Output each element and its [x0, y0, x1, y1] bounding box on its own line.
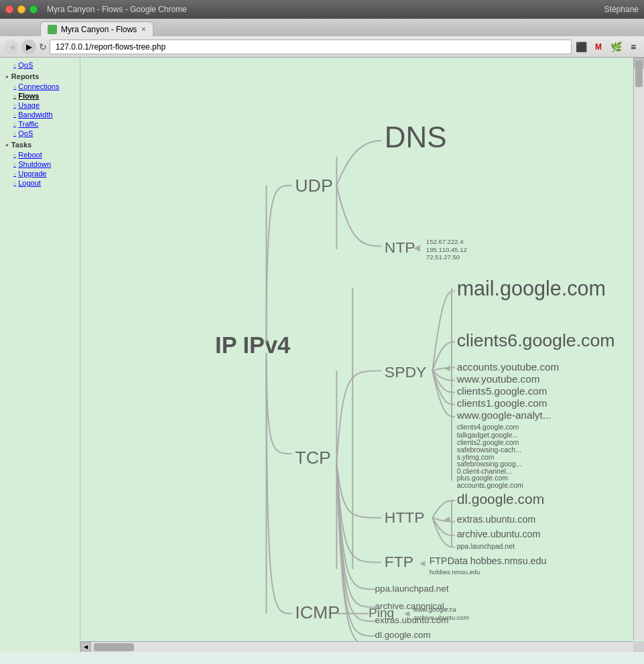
- window-title: Myra Canyon - Flows - Google Chrome: [47, 5, 187, 14]
- maximize-button[interactable]: [29, 5, 38, 13]
- main-layout: ○ QoS ● Reports ○ Connections ○ Flows ○ …: [0, 58, 644, 652]
- sidebar-category-tasks: ● Tasks: [0, 139, 80, 150]
- sidebar-section-tasks: ● Tasks ○ Reboot ○ Shutdown ○ Upgrade ○ …: [0, 139, 80, 188]
- svg-text:◀: ◀: [444, 364, 450, 372]
- sidebar-item-flows[interactable]: ○ Flows: [0, 91, 80, 101]
- ping-node: Ping: [369, 606, 394, 620]
- ftp-child-hobbes: hobbes.nmsu.edu: [430, 568, 480, 576]
- dns-node: DNS: [385, 121, 447, 153]
- icmp-node: ICMP: [295, 602, 340, 622]
- forward-button[interactable]: ▶: [21, 40, 36, 54]
- sidebar-item-reboot[interactable]: ○ Reboot: [0, 150, 80, 159]
- spdy-child-clients2: clients2.google.com: [457, 439, 519, 446]
- bullet: ○: [13, 122, 16, 127]
- spdy-child-0client: 0.client-channel...: [457, 468, 512, 475]
- vertical-scrollbar[interactable]: ▲: [633, 58, 644, 640]
- http-child-dl: dl.google.com: [457, 491, 545, 507]
- svg-text:◀: ◀: [420, 559, 426, 567]
- bullet: ○: [13, 103, 16, 108]
- http-child-archive: archive.ubuntu.com: [457, 529, 541, 539]
- sidebar-category-reports: ● Reports: [0, 71, 80, 82]
- spdy-child-mail: mail.google.com: [457, 277, 606, 300]
- spdy-child-plus: plus.google.com: [457, 474, 509, 482]
- tab-close-icon[interactable]: ✕: [141, 25, 146, 33]
- tcp-child-ppa: ppa.launchpad.net: [375, 584, 449, 594]
- sidebar-section-reports: ● Reports ○ Connections ○ Flows ○ Usage …: [0, 71, 80, 138]
- http-child-extras: extras.ubuntu.com: [457, 514, 536, 525]
- sidebar: ○ QoS ● Reports ○ Connections ○ Flows ○ …: [0, 58, 80, 652]
- sidebar-item-upgrade[interactable]: ○ Upgrade: [0, 169, 80, 178]
- scroll-corner: [633, 641, 644, 652]
- sidebar-item-usage[interactable]: ○ Usage: [0, 101, 80, 110]
- browser-tab[interactable]: Myra Canyon - Flows ✕: [40, 21, 153, 36]
- bullet: ○: [13, 172, 16, 176]
- ftp-node: FTP: [385, 553, 413, 570]
- sidebar-item-traffic[interactable]: ○ Traffic: [0, 119, 80, 129]
- tasks-label: Tasks: [11, 141, 31, 149]
- ntp-child-1: 152.67.222.4: [426, 238, 464, 245]
- svg-text:◀: ◀: [413, 243, 420, 253]
- horizontal-scrollbar[interactable]: ◀: [80, 641, 633, 652]
- http-child-ppa: ppa.launchpad.net: [457, 543, 515, 550]
- svg-text:◀: ◀: [404, 609, 410, 617]
- sidebar-item-bandwidth[interactable]: ○ Bandwidth: [0, 110, 80, 119]
- user-label: Stéphane: [604, 5, 639, 14]
- extension-icon[interactable]: 🌿: [609, 40, 623, 54]
- spdy-child-www-yt: www.youtube.com: [456, 373, 540, 385]
- sidebar-item-logout[interactable]: ○ Logout: [0, 178, 80, 188]
- bullet: ○: [13, 131, 16, 136]
- spdy-child-ga: www.google-analyt...: [456, 409, 552, 421]
- root-node: IP IPv4: [215, 332, 290, 358]
- address-bar[interactable]: [50, 40, 572, 54]
- ntp-node: NTP: [385, 239, 415, 256]
- spdy-child-clients6: clients6.google.com: [457, 330, 615, 350]
- spdy-child-clients1: clients1.google.com: [457, 397, 548, 409]
- gmail-icon[interactable]: M: [592, 40, 605, 54]
- spdy-child-talkgadget: talkgadget.google...: [457, 431, 519, 439]
- tcp-node: TCP: [295, 448, 330, 468]
- ntp-child-2: 195.110.45.12: [426, 246, 467, 253]
- close-button[interactable]: [5, 5, 13, 13]
- reload-button[interactable]: ↻: [39, 42, 47, 52]
- sidebar-item-shutdown[interactable]: ○ Shutdown: [0, 159, 80, 169]
- sidebar-item-connections[interactable]: ○ Connections: [0, 82, 80, 91]
- ntp-child-3: 72.51.27.50: [426, 253, 460, 261]
- spdy-child-accounts-g: accounts.google.com: [457, 482, 523, 489]
- bullet: ●: [5, 74, 9, 80]
- minimize-button[interactable]: [17, 5, 25, 13]
- tree-diagram: IP IPv4 UDP DNS: [80, 58, 644, 652]
- bullet: ○: [13, 63, 16, 68]
- nav-bar: ◀ ▶ ↻ ⬛ M 🌿 ≡: [0, 36, 644, 58]
- ftp-child-ftpdata: FTPData hobbes.nmsu.edu: [430, 555, 547, 566]
- tab-label: Myra Canyon - Flows: [61, 25, 137, 34]
- stop-icon[interactable]: ⬛: [574, 40, 588, 54]
- bullet: ○: [13, 162, 16, 167]
- bullet: ○: [13, 113, 16, 117]
- tab-bar: Myra Canyon - Flows ✕: [0, 19, 644, 36]
- sidebar-item-qos[interactable]: ○ QoS: [0, 129, 80, 138]
- scroll-thumb-horizontal[interactable]: [94, 643, 134, 651]
- menu-icon[interactable]: ≡: [627, 40, 640, 54]
- tab-favicon: [48, 25, 57, 34]
- scroll-thumb-vertical[interactable]: [635, 60, 643, 87]
- scroll-left-button[interactable]: ◀: [80, 642, 91, 653]
- spdy-child-accounts-yt: accounts.youtube.com: [457, 361, 560, 373]
- http-node: HTTP: [385, 509, 425, 526]
- bullet: ○: [13, 94, 16, 98]
- bullet: ○: [13, 84, 16, 89]
- spdy-child-clients5: clients5.google.com: [457, 385, 548, 397]
- back-button[interactable]: ◀: [4, 40, 19, 54]
- ping-child-google: www.google.ca: [413, 606, 457, 613]
- tcp-child-dl: dl.google.com: [375, 630, 431, 640]
- bullet: ○: [13, 181, 16, 186]
- bullet: ●: [5, 142, 9, 148]
- spdy-child-sytimg: s.ytimg.com: [457, 454, 495, 461]
- spdy-child-safebrowsing-goog: safebrowsing.goog...: [457, 460, 522, 468]
- ping-child-archive: archive.ubuntu.com: [413, 614, 469, 621]
- content-area: IP IPv4 UDP DNS: [80, 58, 644, 652]
- sidebar-item-qos-top[interactable]: ○ QoS: [0, 60, 80, 70]
- spdy-node: SPDY: [385, 363, 426, 381]
- spdy-child-safebrowsing-cach: safebrowsing-cach...: [457, 446, 521, 454]
- spdy-child-clients4: clients4.google.com: [457, 423, 519, 431]
- title-bar: Myra Canyon - Flows - Google Chrome Stép…: [0, 0, 644, 19]
